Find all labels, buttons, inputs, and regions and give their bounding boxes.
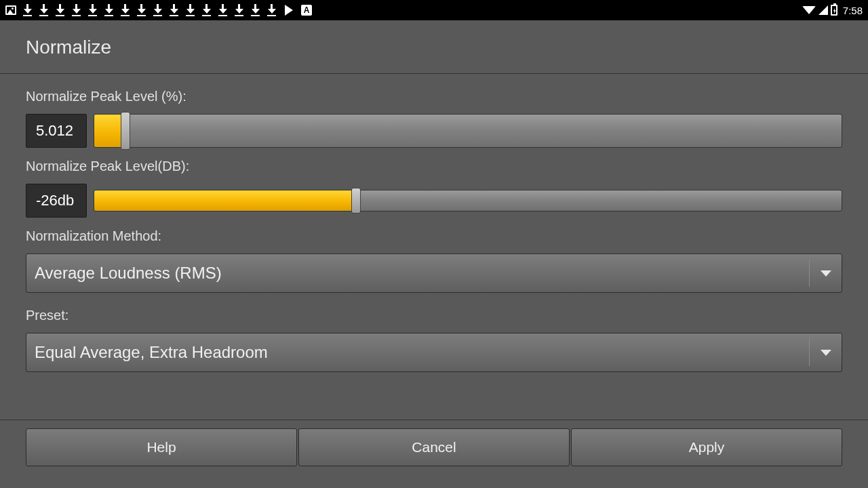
preset-label: Preset: xyxy=(26,308,842,323)
download-icon xyxy=(170,4,179,16)
play-store-icon xyxy=(285,5,293,16)
peak-percent-input[interactable]: 5.012 xyxy=(26,114,87,148)
slider-thumb[interactable] xyxy=(121,112,130,150)
download-icon xyxy=(56,4,65,16)
download-icon xyxy=(218,4,228,16)
download-icon xyxy=(251,4,260,16)
download-icon xyxy=(267,4,277,16)
method-label: Normalization Method: xyxy=(26,228,842,244)
page-title: Normalize xyxy=(26,37,842,58)
status-left: A xyxy=(5,4,312,16)
download-icon xyxy=(121,4,130,16)
download-icon xyxy=(104,4,114,16)
download-icon xyxy=(153,4,163,16)
slider-thumb[interactable] xyxy=(351,188,361,214)
peak-db-slider[interactable] xyxy=(94,190,842,211)
image-notification-icon xyxy=(5,5,16,15)
cell-signal-icon xyxy=(818,5,828,15)
peak-db-label: Normalize Peak Level(DB): xyxy=(26,159,842,174)
peak-db-row: -26db xyxy=(26,184,842,218)
preset-value: Equal Average, Extra Headroom xyxy=(35,343,268,362)
chevron-down-icon xyxy=(821,270,831,277)
download-icon xyxy=(137,4,146,16)
android-status-bar: A 7:58 xyxy=(0,0,868,20)
download-icon xyxy=(72,4,81,16)
cancel-button[interactable]: Cancel xyxy=(298,428,570,466)
download-icons xyxy=(23,4,277,16)
peak-percent-label: Normalize Peak Level (%): xyxy=(26,89,842,104)
dialog-header: Normalize xyxy=(0,20,868,74)
battery-charging-icon xyxy=(831,5,837,16)
status-right: 7:58 xyxy=(802,5,863,16)
help-button[interactable]: Help xyxy=(26,428,297,466)
download-icon xyxy=(186,4,195,16)
apply-button[interactable]: Apply xyxy=(571,428,842,466)
peak-percent-slider[interactable] xyxy=(94,114,842,148)
peak-db-input[interactable]: -26db xyxy=(26,184,87,218)
method-dropdown[interactable]: Average Loudness (RMS) xyxy=(26,253,842,293)
download-icon xyxy=(39,4,49,16)
dialog-content: Normalize Peak Level (%): 5.012 Normaliz… xyxy=(0,74,868,372)
preset-dropdown[interactable]: Equal Average, Extra Headroom xyxy=(26,333,842,372)
peak-percent-row: 5.012 xyxy=(26,114,842,148)
download-icon xyxy=(202,4,212,16)
dropdown-arrow-wrap xyxy=(809,260,842,287)
dropdown-arrow-wrap xyxy=(809,339,842,366)
download-icon xyxy=(23,4,33,16)
app-badge-icon: A xyxy=(301,5,312,16)
download-icon xyxy=(88,4,98,16)
peak-percent-value: 5.012 xyxy=(36,122,73,140)
status-clock: 7:58 xyxy=(843,5,863,16)
wifi-icon xyxy=(802,6,816,14)
chevron-down-icon xyxy=(821,350,831,356)
download-icon xyxy=(235,4,244,16)
peak-db-value: -26db xyxy=(36,192,74,209)
method-value: Average Loudness (RMS) xyxy=(35,264,222,283)
dialog-footer: Help Cancel Apply xyxy=(0,420,868,466)
